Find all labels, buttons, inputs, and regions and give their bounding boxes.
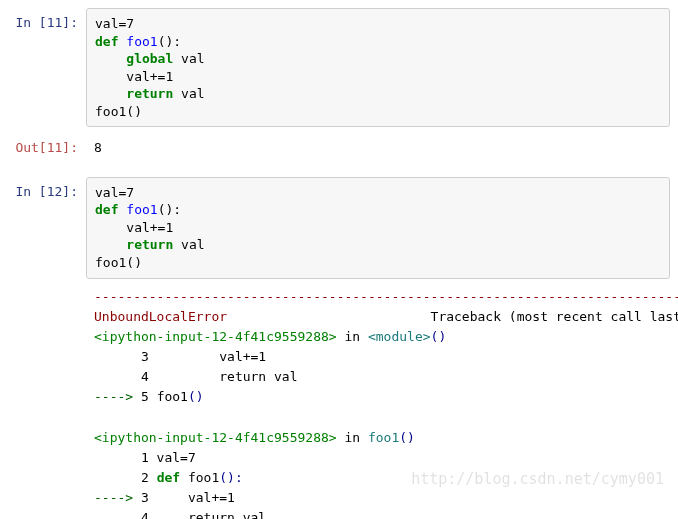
kw-def: def <box>157 470 188 485</box>
op: += <box>150 69 166 84</box>
indent <box>95 86 126 101</box>
fn-name: foo1 <box>188 470 219 485</box>
op: += <box>150 220 166 235</box>
kw-def: def <box>95 202 118 217</box>
paren: (): <box>158 202 181 217</box>
input-cell-11: In [11]: val=7 def foo1(): global val va… <box>8 8 670 127</box>
num: 7 <box>126 16 134 31</box>
in-prompt-12: In [12]: <box>8 177 86 201</box>
code-area-12[interactable]: val=7 def foo1(): val+=1 return val foo1… <box>86 177 670 279</box>
tb-paren: () <box>431 329 447 344</box>
output-cell-12: ----------------------------------------… <box>8 285 670 519</box>
var: val <box>95 220 150 235</box>
tb-paren: () <box>399 430 415 445</box>
tb-line: 4 return val <box>94 369 298 384</box>
empty-prompt <box>8 285 86 291</box>
indent <box>95 51 126 66</box>
code-text: val <box>95 16 118 31</box>
tb-separator: ----------------------------------------… <box>94 289 678 304</box>
tb-header-rest: Traceback (most recent call last) <box>227 309 678 324</box>
tb-in: in <box>337 430 368 445</box>
tb-lineno: 5 <box>141 389 157 404</box>
tb-call: foo1 <box>157 389 188 404</box>
tb-line: 3 val+=1 <box>94 349 266 364</box>
kw-global: global <box>126 51 173 66</box>
error-name: UnboundLocalError <box>94 309 227 324</box>
traceback-area: ----------------------------------------… <box>86 285 678 519</box>
tb-arrow: ----> <box>94 490 141 505</box>
in-prompt-11: In [11]: <box>8 8 86 32</box>
call: foo1() <box>95 104 142 119</box>
tb-lineno: 2 <box>94 470 157 485</box>
tb-line: val+=1 <box>157 490 235 505</box>
out-prompt-11: Out[11]: <box>8 133 86 157</box>
num: 1 <box>165 69 173 84</box>
tb-lineno: 3 <box>141 490 157 505</box>
paren: (): <box>158 34 181 49</box>
tb-in: in <box>337 329 368 344</box>
num: 1 <box>165 220 173 235</box>
paren: (): <box>219 470 242 485</box>
output-cell-11: Out[11]: 8 <box>8 133 670 163</box>
input-cell-12: In [12]: val=7 def foo1(): val+=1 return… <box>8 177 670 279</box>
tb-line: 4 return val <box>94 510 266 519</box>
var: val <box>173 237 204 252</box>
var: val <box>95 185 118 200</box>
kw-def: def <box>95 34 118 49</box>
code-area-11[interactable]: val=7 def foo1(): global val val+=1 retu… <box>86 8 670 127</box>
call: foo1() <box>95 255 142 270</box>
num: 7 <box>126 185 134 200</box>
tb-frame2-loc: foo1 <box>368 430 399 445</box>
tb-line: 1 val=7 <box>94 450 196 465</box>
spacer <box>8 169 670 177</box>
indent <box>95 237 126 252</box>
tb-arrow: ----> <box>94 389 141 404</box>
output-value-11: 8 <box>86 133 670 163</box>
tb-frame1-src: <ipython-input-12-4f41c9559288> <box>94 329 337 344</box>
kw-return: return <box>126 237 173 252</box>
var: val <box>95 69 150 84</box>
tb-frame2-src: <ipython-input-12-4f41c9559288> <box>94 430 337 445</box>
tb-paren: () <box>188 389 204 404</box>
var: val <box>173 51 204 66</box>
tb-frame1-loc: <module> <box>368 329 431 344</box>
kw-return: return <box>126 86 173 101</box>
var: val <box>173 86 204 101</box>
fn-name: foo1 <box>126 202 157 217</box>
fn-name: foo1 <box>126 34 157 49</box>
